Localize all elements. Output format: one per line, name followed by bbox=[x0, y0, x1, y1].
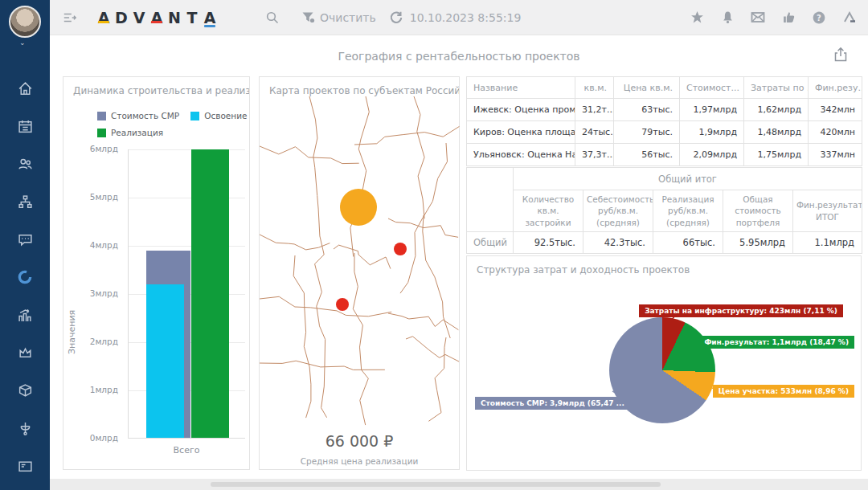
y-tick: 3млрд bbox=[63, 288, 118, 298]
table-row[interactable]: Киров: Оценка площа...24тыс.79тыс.1,9млр… bbox=[467, 121, 862, 144]
home-icon[interactable] bbox=[17, 80, 33, 96]
legend-item[interactable]: Стоимость СМР bbox=[97, 111, 179, 120]
legend-item[interactable]: Реализация bbox=[97, 128, 179, 137]
pie-label-land-price[interactable]: Цена участка: 533млн (8,96 %) bbox=[713, 385, 854, 398]
legend-swatch bbox=[97, 112, 106, 120]
avatar[interactable] bbox=[9, 6, 41, 38]
tools-icon[interactable] bbox=[17, 420, 33, 436]
map-bubble[interactable] bbox=[394, 243, 407, 255]
totals-columns-row: Количество кв.м. застройки Себестоимость… bbox=[467, 190, 862, 232]
table-row[interactable]: Ижевск: Оценка пром....31,2т...63тыс.1,9… bbox=[467, 99, 862, 121]
y-tick: 4млрд bbox=[63, 240, 118, 250]
filter-clear-icon[interactable] bbox=[301, 10, 315, 25]
projects-table: Название кв.м. Цена кв.м. Стоимост... За… bbox=[466, 76, 862, 166]
panel-title: Динамика строительства и реализации bbox=[63, 77, 249, 96]
star-icon[interactable] bbox=[690, 10, 704, 25]
y-tick: 0млрд bbox=[63, 433, 118, 443]
thumb-up-icon[interactable] bbox=[781, 10, 796, 25]
export-icon[interactable] bbox=[833, 47, 849, 63]
dashboard-donut-icon[interactable] bbox=[17, 269, 33, 285]
y-tick: 5млрд bbox=[63, 192, 118, 202]
totals-values-row[interactable]: Общий 92.5тыс. 42.3тыс. 66тыс. 5.95млрд … bbox=[467, 232, 862, 254]
pie-label-fin-result[interactable]: Фин.результат: 1,1млрд (18,47 %) bbox=[698, 336, 854, 349]
bar-realizacia[interactable] bbox=[191, 149, 229, 438]
bar-osvoenie[interactable] bbox=[146, 284, 184, 438]
map-bubble[interactable] bbox=[340, 189, 377, 226]
topbar: ADVANTA Очистить 10.10.2023 8:55:19 ? bbox=[50, 0, 868, 35]
chart-legend: Стоимость СМР Освоение Реализация bbox=[97, 111, 249, 137]
pie-panel: Структура затрат и доходность проектов З… bbox=[466, 255, 862, 471]
page-title: География с рентабельностью проектов bbox=[50, 50, 868, 63]
totals-group-header-row: Общий итог bbox=[467, 168, 862, 190]
help-icon[interactable]: ? bbox=[812, 10, 826, 25]
dynamics-panel: Динамика строительства и реализации Стои… bbox=[63, 76, 250, 470]
legend-swatch bbox=[97, 129, 106, 137]
search-icon[interactable] bbox=[265, 10, 280, 25]
totals-table: Общий итог Количество кв.м. застройки Се… bbox=[466, 167, 862, 254]
chevron-down-icon[interactable]: ⌄ bbox=[19, 39, 26, 47]
totals-corner-cell bbox=[467, 168, 514, 232]
sidebar: ⌄ bbox=[0, 0, 50, 490]
x-axis-label: Всего bbox=[128, 445, 245, 455]
average-price-value: 66 000 ₽ bbox=[260, 432, 459, 450]
main-content: География с рентабельностью проектов Дин… bbox=[50, 35, 868, 479]
legend-swatch bbox=[190, 112, 199, 120]
pie-label-infrastructure[interactable]: Затраты на инфраструктуру: 423млн (7,11 … bbox=[639, 304, 843, 317]
map-panel: Карта проектов по субъектам Российской .… bbox=[259, 76, 460, 470]
map-bubble[interactable] bbox=[336, 298, 349, 311]
clear-filters-button[interactable]: Очистить bbox=[320, 11, 376, 24]
bottom-strip bbox=[50, 479, 868, 490]
table-row[interactable]: Ульяновск: Оценка На...37,3т...56тыс.2,0… bbox=[467, 144, 862, 166]
product-cube-icon[interactable] bbox=[17, 382, 33, 398]
org-structure-icon[interactable] bbox=[17, 194, 33, 210]
y-tick: 6млрд bbox=[63, 144, 118, 153]
datetime-label: 10.10.2023 8:55:19 bbox=[410, 11, 522, 24]
y-tick: 1млрд bbox=[63, 385, 118, 394]
card-icon[interactable] bbox=[17, 458, 33, 474]
totals-group-header: Общий итог bbox=[514, 168, 862, 190]
y-tick: 2млрд bbox=[63, 337, 118, 346]
table-header-row: Название кв.м. Цена кв.м. Стоимост... За… bbox=[467, 77, 862, 99]
collapse-menu-icon[interactable] bbox=[63, 10, 77, 25]
pie-label-smr-cost[interactable]: Стоимость СМР: 3,9млрд (65,47 ... bbox=[475, 397, 630, 410]
crown-icon[interactable] bbox=[17, 345, 33, 361]
reports-chart-icon[interactable] bbox=[17, 307, 33, 323]
svg-text:?: ? bbox=[817, 13, 821, 22]
chat-icon[interactable] bbox=[17, 231, 33, 247]
users-icon[interactable] bbox=[17, 156, 33, 172]
advanta-a-icon[interactable] bbox=[842, 10, 857, 25]
legend-item[interactable]: Освоение bbox=[190, 111, 247, 120]
panel-title: Карта проектов по субъектам Российской .… bbox=[260, 77, 459, 96]
bell-icon[interactable] bbox=[720, 10, 735, 25]
refresh-icon[interactable] bbox=[389, 10, 403, 25]
bar-chart-plot bbox=[128, 149, 245, 439]
regions-map[interactable] bbox=[260, 96, 461, 426]
horizontal-scrollbar[interactable] bbox=[211, 482, 661, 487]
calendar-icon[interactable] bbox=[17, 118, 33, 134]
advanta-logo[interactable]: ADVANTA bbox=[95, 9, 219, 27]
mail-icon[interactable] bbox=[751, 10, 765, 25]
average-price-label: Средняя цена реализации bbox=[260, 456, 459, 466]
